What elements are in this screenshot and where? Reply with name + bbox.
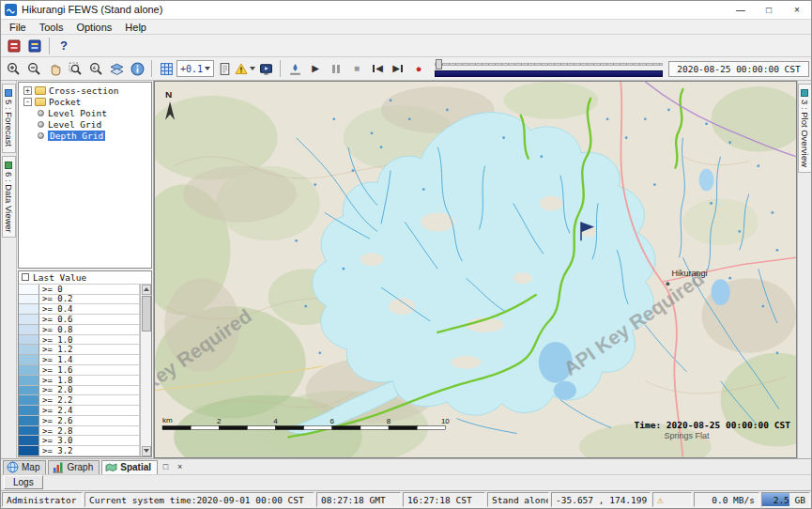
- profile-tool-icon[interactable]: [284, 59, 305, 78]
- tab-forecast[interactable]: 5 : Forecast: [2, 84, 16, 152]
- report-button[interactable]: [214, 59, 235, 78]
- toolbar-separator: [49, 38, 50, 54]
- tab-plot-overview[interactable]: 3 : Plot Overview: [798, 84, 812, 173]
- pause-button[interactable]: [326, 59, 346, 78]
- legend-row: >= 2.8: [19, 426, 140, 437]
- expand-icon[interactable]: +: [23, 86, 32, 95]
- legend-header-label: Last Value: [33, 272, 86, 283]
- scroll-up-icon[interactable]: [142, 285, 151, 295]
- map-canvas[interactable]: API Key Required API Key Required Hikura…: [155, 82, 796, 456]
- legend-color-swatch: [19, 285, 39, 295]
- legend-row-label: >= 1.6: [39, 365, 140, 376]
- help-button[interactable]: ?: [54, 37, 74, 55]
- timeline-slider[interactable]: [435, 59, 663, 78]
- main-area: 5 : Forecast 6 : Data Viewer + Cross-sec…: [1, 81, 811, 457]
- status-transfer-rate: 0.0 MB/s: [694, 492, 759, 507]
- svg-text:4: 4: [273, 417, 278, 425]
- menu-options[interactable]: Options: [69, 21, 118, 34]
- zoom-box-button[interactable]: [65, 59, 85, 78]
- tree-row[interactable]: + Cross-section: [19, 85, 151, 96]
- tree-row[interactable]: Level Point: [19, 107, 151, 118]
- minimize-button[interactable]: —: [727, 1, 755, 19]
- menu-tools[interactable]: Tools: [33, 21, 70, 34]
- warning-icon: ⚠: [657, 494, 664, 506]
- legend-row: >= 3.0: [19, 436, 140, 446]
- maximize-button[interactable]: □: [755, 1, 783, 19]
- plot-overview-icon: [801, 89, 808, 97]
- tab-map[interactable]: Map: [3, 460, 46, 474]
- legend-color-swatch: [19, 295, 39, 305]
- database-shortcut-icon[interactable]: [24, 37, 45, 55]
- legend-color-swatch: [19, 446, 39, 456]
- tree-row-selected[interactable]: Depth Grid: [19, 130, 151, 141]
- close-button[interactable]: ×: [783, 1, 811, 19]
- scroll-track[interactable]: [142, 295, 151, 446]
- menu-help[interactable]: Help: [118, 21, 153, 34]
- explorer-shortcut-icon[interactable]: [4, 37, 24, 55]
- timeline-handle[interactable]: [436, 59, 442, 69]
- legend-row: >= 0.4: [19, 304, 140, 315]
- tree-row[interactable]: Level Grid: [19, 118, 151, 130]
- step-back-button[interactable]: ◀: [367, 59, 388, 78]
- last-value-checkbox[interactable]: [22, 273, 29, 281]
- step-forward-button[interactable]: ▶: [388, 59, 408, 78]
- legend-row: >= 0: [19, 285, 140, 295]
- current-time-display: 2020-08-25 00:00:00 CST: [668, 61, 809, 77]
- status-gmt-time: 08:27:18 GMT: [316, 492, 401, 507]
- window-title: Hikurangi FEWS (Stand alone): [22, 4, 162, 15]
- tab-graph[interactable]: Graph: [48, 460, 100, 474]
- animation-display-button[interactable]: [255, 59, 276, 78]
- collapse-icon[interactable]: -: [23, 98, 32, 106]
- legend-row-label: >= 0.8: [39, 325, 140, 335]
- zoom-in-button[interactable]: [3, 59, 23, 78]
- layers-button[interactable]: [106, 59, 127, 78]
- legend-scrollbar[interactable]: [140, 285, 151, 456]
- timeline-track[interactable]: [435, 63, 663, 66]
- info-button[interactable]: [127, 59, 147, 78]
- legend-row: >= 2.6: [19, 416, 140, 426]
- pan-button[interactable]: [44, 59, 65, 78]
- map-panel: API Key Required API Key Required Hikura…: [154, 81, 797, 457]
- close-panel-button[interactable]: ×: [174, 461, 186, 473]
- scroll-down-icon[interactable]: [142, 446, 151, 456]
- tab-data-viewer-label: 6 : Data Viewer: [4, 172, 14, 233]
- grid-step-combo[interactable]: +0.1: [176, 60, 214, 77]
- tab-plot-overview-label: 3 : Plot Overview: [800, 100, 810, 167]
- record-button[interactable]: ●: [408, 59, 429, 78]
- tree-row[interactable]: - Pocket: [19, 96, 151, 107]
- town-label: Hikurangi: [671, 270, 707, 279]
- legend-color-swatch: [19, 386, 39, 396]
- status-system-time: Current system time:2020-09-01 00:00 CST: [84, 492, 314, 507]
- grid-display-button[interactable]: [156, 59, 176, 78]
- stop-button[interactable]: ■: [346, 59, 367, 78]
- legend-color-swatch: [19, 376, 39, 386]
- zoom-out-button[interactable]: [23, 59, 44, 78]
- legend-color-swatch: [19, 416, 39, 426]
- logs-button[interactable]: Logs: [4, 475, 43, 489]
- legend-color-swatch: [19, 345, 39, 355]
- forecast-icon: [5, 89, 12, 97]
- legend-row: >= 3.2: [19, 446, 140, 456]
- spatial-map-icon: [105, 461, 117, 473]
- right-tab-strip: 3 : Plot Overview: [797, 81, 811, 457]
- status-warning-cell[interactable]: ⚠: [652, 492, 692, 507]
- menu-file[interactable]: File: [3, 21, 33, 34]
- left-tab-strip: 5 : Forecast 6 : Data Viewer: [1, 81, 17, 457]
- app-icon: [5, 4, 17, 16]
- svg-text:2: 2: [217, 417, 222, 425]
- zoom-previous-button[interactable]: [85, 59, 106, 78]
- scroll-thumb[interactable]: [142, 296, 151, 332]
- status-coordinates: -35.657 , 174.199: [551, 492, 651, 507]
- svg-text:8: 8: [387, 417, 391, 425]
- tree-item-label: Level Point: [48, 108, 107, 118]
- warnings-dropdown-button[interactable]: [235, 59, 255, 78]
- float-panel-button[interactable]: □: [160, 461, 172, 473]
- tab-spatial[interactable]: Spatial: [101, 460, 158, 474]
- play-button[interactable]: ▶: [305, 59, 326, 78]
- legend-row: >= 1.6: [19, 365, 140, 376]
- tab-spatial-label: Spatial: [120, 462, 151, 472]
- legend-row-label: >= 1.4: [39, 355, 140, 365]
- tab-data-viewer[interactable]: 6 : Data Viewer: [2, 156, 16, 239]
- chevron-down-icon: [205, 67, 210, 70]
- timeline-range-bar[interactable]: [435, 70, 663, 77]
